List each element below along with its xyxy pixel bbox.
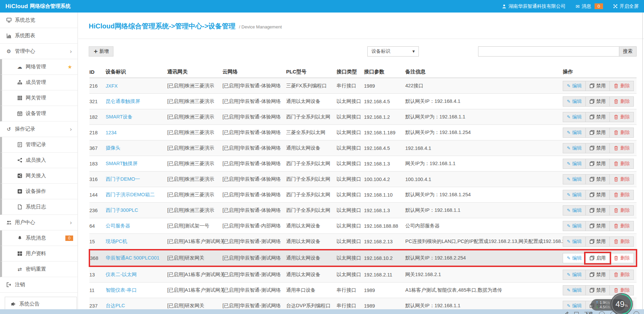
edit-button[interactable]: ✎编辑 (563, 205, 586, 216)
delete-button[interactable]: 删除 (609, 190, 634, 200)
sidebar-item-member-access[interactable]: 成员接入 (0, 153, 78, 168)
disable-button[interactable]: 禁用 (585, 237, 610, 247)
delete-button[interactable]: 删除 (609, 81, 634, 91)
cell-cloud: [已启用]华辰智通-体验网络 (222, 140, 286, 156)
enable-button[interactable]: 启用 (585, 253, 610, 263)
edit-button[interactable]: ✎编辑 (563, 253, 586, 263)
disable-button[interactable]: 禁用 (585, 81, 610, 91)
cell-param: 192.168.1.2 (364, 109, 405, 125)
device-link[interactable]: 公司服务器 (106, 223, 130, 228)
disable-button-label: 禁用 (596, 192, 606, 198)
edit-button-label: 编辑 (572, 303, 582, 309)
tool-circle-icon-1[interactable] (599, 311, 605, 314)
sidebar-item-user-profile[interactable]: 用户资料 (0, 246, 78, 262)
sidebar-item-operation-logs[interactable]: ↺操作记录› (0, 121, 78, 137)
cell-param: 192.168.1.3 (364, 156, 405, 172)
device-link[interactable]: SMART设备 (106, 114, 133, 119)
disable-button[interactable]: 禁用 (585, 190, 610, 200)
device-link[interactable]: 仪表二-以太网 (106, 272, 137, 277)
fullscreen-button[interactable]: 开启全屏 (613, 3, 639, 9)
edit-button[interactable]: ✎编辑 (563, 270, 586, 280)
search-button[interactable]: 搜索 (619, 46, 637, 57)
delete-button[interactable]: 删除 (609, 112, 634, 122)
disable-button[interactable]: 禁用 (585, 143, 610, 153)
sidebar-item-system-messages[interactable]: 系统消息0 (0, 230, 78, 246)
sidebar-item-logout[interactable]: 注销 (0, 277, 78, 293)
bar-chart-icon (5, 33, 13, 38)
sidebar-item-password-reset[interactable]: ⇄密码重置 (0, 262, 78, 277)
edit-button[interactable]: ✎编辑 (563, 112, 586, 122)
edit-button[interactable]: ✎编辑 (563, 81, 586, 91)
device-link[interactable]: 摄像头 (106, 145, 121, 151)
device-link[interactable]: SMART触摸屏 (106, 161, 137, 166)
favorite-star-icon[interactable]: ★ (68, 64, 72, 70)
device-link[interactable]: 智能仪表-串口 (106, 287, 137, 293)
device-filter-select[interactable]: 设备标识 ▼ (367, 46, 419, 57)
sidebar-item-gateway-mgmt[interactable]: 网关管理 (0, 90, 78, 106)
edit-button[interactable]: ✎编辑 (563, 174, 586, 184)
delete-button[interactable]: 删除 (609, 96, 634, 107)
sidebar-item-user-center[interactable]: 用户中心› (0, 215, 78, 230)
edit-button[interactable]: ✎编辑 (563, 237, 586, 247)
sidebar-item-admin-center[interactable]: ⚙管理中心› (0, 44, 78, 59)
disable-button[interactable]: 禁用 (585, 174, 610, 184)
delete-button[interactable]: 删除 (609, 159, 634, 169)
sidebar-item-member-mgmt[interactable]: 成员管理 (0, 75, 78, 90)
sidebar-item-system-charts[interactable]: 系统图表 (0, 28, 78, 44)
company-account[interactable]: 湖南华辰智通科技有限公司 (502, 3, 565, 9)
scrollbar-track[interactable] (642, 13, 643, 314)
pen-icon[interactable] (563, 312, 568, 314)
sidebar-item-gateway-access[interactable]: 网关接入 (0, 168, 78, 184)
device-link[interactable]: 1234 (106, 130, 116, 135)
device-link[interactable]: 西门子DEMO一 (106, 176, 140, 182)
delete-button[interactable]: 删除 (609, 174, 634, 184)
sidebar-item-network-mgmt[interactable]: ☁网络管理★ (0, 59, 78, 75)
search-input[interactable] (478, 46, 619, 57)
edit-button[interactable]: ✎编辑 (563, 190, 586, 200)
delete-button[interactable]: 删除 (609, 270, 634, 280)
device-link[interactable]: 西门子300PLC (106, 207, 138, 213)
table-row: 236西门子300PLC[已启用]株洲三菱演示[已启用]华辰智通-体验网络西门子… (89, 203, 637, 218)
cell-param: 192.168.1.10 (364, 187, 405, 203)
messages-button[interactable]: ✉ 消息 0 (576, 3, 603, 9)
disable-button[interactable]: 禁用 (585, 205, 610, 216)
disable-button[interactable]: 禁用 (585, 128, 610, 138)
disable-button[interactable]: 禁用 (585, 96, 610, 107)
disable-button[interactable]: 禁用 (585, 270, 610, 280)
sidebar-item-device-operation[interactable]: 设备操作 (0, 184, 78, 199)
edit-button[interactable]: ✎编辑 (563, 285, 586, 295)
device-link[interactable]: 华辰智通AC 500PLC001 (106, 255, 159, 261)
sidebar-item-system-announcement[interactable]: 系统公告 (5, 297, 77, 311)
notes-icon[interactable] (574, 312, 579, 314)
disable-button[interactable]: 禁用 (585, 221, 610, 231)
device-link[interactable]: 台达PLC (106, 303, 125, 308)
delete-button[interactable]: 删除 (609, 253, 634, 263)
sidebar-item-device-mgmt[interactable]: 设备管理 (0, 106, 78, 121)
sidebar-item-system-log[interactable]: 系统日志 (0, 199, 78, 215)
edit-button[interactable]: ✎编辑 (563, 221, 586, 231)
add-device-button[interactable]: + 新增 (89, 46, 113, 57)
device-link[interactable]: 现场PC机 (106, 239, 127, 244)
usage-percent-widget[interactable]: 49 % (610, 292, 634, 314)
delete-button[interactable]: 删除 (609, 128, 634, 138)
edit-button[interactable]: ✎编辑 (563, 96, 586, 107)
download-tool-label[interactable]: 下载 (584, 311, 593, 314)
disable-button[interactable]: 禁用 (585, 285, 610, 295)
device-link[interactable]: 昆仑通泰触摸屏 (106, 98, 140, 104)
edit-icon: ✎ (567, 99, 571, 104)
edit-button[interactable]: ✎编辑 (563, 128, 586, 138)
device-link[interactable]: 西门子演示DEMO箱二 (106, 192, 155, 197)
edit-button[interactable]: ✎编辑 (563, 143, 586, 153)
disable-button[interactable]: 禁用 (585, 112, 610, 122)
edit-button[interactable]: ✎编辑 (563, 159, 586, 169)
sidebar-item-system-overview[interactable]: 系统总览 (0, 13, 78, 28)
tool-circle-icon-4[interactable] (634, 311, 639, 314)
delete-button[interactable]: 删除 (609, 237, 634, 247)
cell-gateway: [已启用]株洲三菱演示 (167, 172, 222, 187)
delete-button[interactable]: 删除 (609, 205, 634, 216)
disable-button[interactable]: 禁用 (585, 159, 610, 169)
sidebar-item-admin-log[interactable]: 管理记录 (0, 137, 78, 153)
device-link[interactable]: JXFX (106, 83, 117, 89)
delete-button[interactable]: 删除 (609, 221, 634, 231)
delete-button[interactable]: 删除 (609, 143, 634, 153)
